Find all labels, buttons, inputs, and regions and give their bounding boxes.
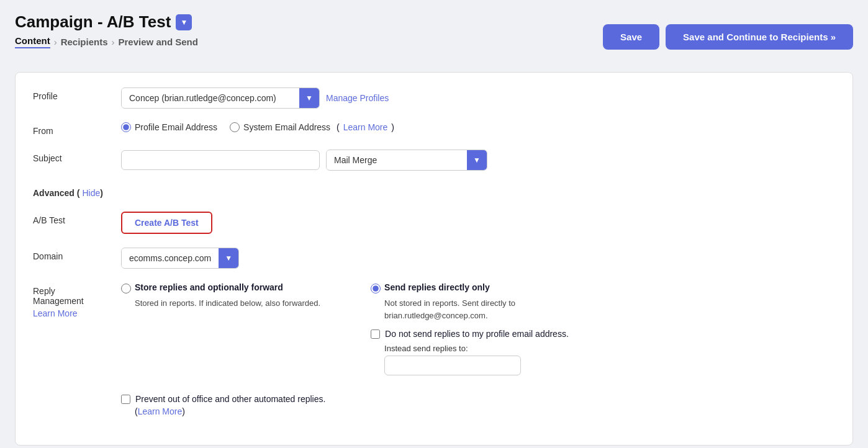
domain-content: ecomms.concep.com ▼ [121,248,835,269]
breadcrumb: Content › Recipients › Preview and Send [15,35,198,48]
prevent-row: Prevent out of office and other automate… [121,394,325,416]
from-radio-system-input[interactable] [230,122,240,132]
page-title-text: Campaign - A/B Test [15,12,171,32]
profile-row: Profile Concep (brian.rutledge@concep.co… [33,87,835,109]
from-row: From Profile Email Address System Email … [33,122,835,136]
reply-columns: Store replies and optionally forward Sto… [121,282,595,375]
manage-profiles-link[interactable]: Manage Profiles [326,93,389,103]
from-radio-group: Profile Email Address System Email Addre… [121,122,394,132]
reply-learn-more-link[interactable]: Learn More [33,308,78,318]
mail-merge-wrapper: Mail Merge ▼ [326,150,487,171]
save-continue-button[interactable]: Save and Continue to Recipients » [666,24,853,50]
profile-dropdown-button[interactable]: ▼ [299,88,319,108]
save-button[interactable]: Save [603,24,659,50]
do-not-send-checkbox[interactable] [371,329,380,339]
from-radio-profile-input[interactable] [121,122,131,132]
mail-merge-text: Mail Merge [327,151,467,169]
profile-select-wrapper: Concep (brian.rutledge@concep.com) ▼ [121,87,320,109]
reply-option1-title: Store replies and optionally forward [135,282,283,292]
advanced-label: Advanced (Hide) [33,184,114,198]
instead-send-label: Instead send replies to: [384,344,595,353]
breadcrumb-sep-1: › [54,37,57,47]
reply-option1-radio[interactable] [121,284,131,293]
reply-option2-title: Send replies directly only [384,282,490,292]
ab-test-content: Create A/B Test [121,212,835,234]
reply-option1-desc: Stored in reports. If indicated below, a… [135,297,346,310]
title-dropdown-button[interactable]: ▼ [176,14,192,30]
profile-label: Profile [33,87,114,101]
advanced-row: Advanced (Hide) [33,184,835,198]
reply-option2-desc: Not stored in reports. Sent directly to … [384,297,595,321]
from-radio-system-label: System Email Address [243,122,330,132]
subject-row: Subject Mail Merge ▼ [33,150,835,171]
content-card: Profile Concep (brian.rutledge@concep.co… [15,72,853,446]
reply-management-content: Store replies and optionally forward Sto… [121,282,835,416]
breadcrumb-content[interactable]: Content [15,35,50,48]
do-not-send-checkbox-row: Do not send replies to my profile email … [371,329,595,339]
reply-management-label: Reply Management Learn More [33,282,114,318]
prevent-learn-more-link[interactable]: Learn More [138,406,183,416]
from-learn-more-link[interactable]: Learn More [343,122,388,132]
domain-row: Domain ecomms.concep.com ▼ [33,248,835,269]
domain-select-text: ecomms.concep.com [122,249,219,267]
reply-option2-title-row: Send replies directly only [371,282,595,293]
instead-send-input[interactable] [384,356,521,375]
mail-merge-dropdown-button[interactable]: ▼ [467,150,487,170]
page-title-group: Campaign - A/B Test ▼ [15,12,198,32]
prevent-checkbox[interactable] [121,395,130,404]
profile-select-text: Concep (brian.rutledge@concep.com) [122,89,299,107]
ab-test-label: A/B Test [33,212,114,225]
ab-test-row: A/B Test Create A/B Test [33,212,835,234]
subject-label: Subject [33,150,114,163]
prevent-learn-more-line: (Learn More) [135,406,325,416]
page-header: Campaign - A/B Test ▼ Content › Recipien… [15,12,853,61]
breadcrumb-recipients[interactable]: Recipients [61,37,108,47]
domain-label: Domain [33,248,114,261]
header-actions: Save Save and Continue to Recipients » [603,24,853,50]
subject-input[interactable] [121,150,320,170]
domain-select-wrapper: ecomms.concep.com ▼ [121,248,239,269]
prevent-checkbox-line: Prevent out of office and other automate… [121,394,325,404]
profile-content: Concep (brian.rutledge@concep.com) ▼ Man… [121,87,835,109]
reply-col-direct: Send replies directly only Not stored in… [371,282,595,375]
from-label: From [33,122,114,136]
from-content: Profile Email Address System Email Addre… [121,122,835,132]
hide-link[interactable]: Hide [82,188,100,198]
reply-option2-radio[interactable] [371,284,381,293]
breadcrumb-preview[interactable]: Preview and Send [119,37,198,47]
create-ab-button[interactable]: Create A/B Test [121,212,212,234]
page-wrapper: Campaign - A/B Test ▼ Content › Recipien… [0,0,868,448]
subject-content: Mail Merge ▼ [121,150,835,171]
from-radio-system[interactable]: System Email Address (Learn More) [230,122,394,132]
prevent-label: Prevent out of office and other automate… [135,394,325,404]
from-radio-profile[interactable]: Profile Email Address [121,122,217,132]
reply-col-store: Store replies and optionally forward Sto… [121,282,346,375]
from-radio-profile-label: Profile Email Address [135,122,217,132]
breadcrumb-sep-2: › [112,37,115,47]
reply-management-row: Reply Management Learn More Store replie… [33,282,835,416]
do-not-send-label: Do not send replies to my profile email … [385,329,569,339]
domain-dropdown-button[interactable]: ▼ [219,248,238,268]
reply-option1-title-row: Store replies and optionally forward [121,282,346,293]
